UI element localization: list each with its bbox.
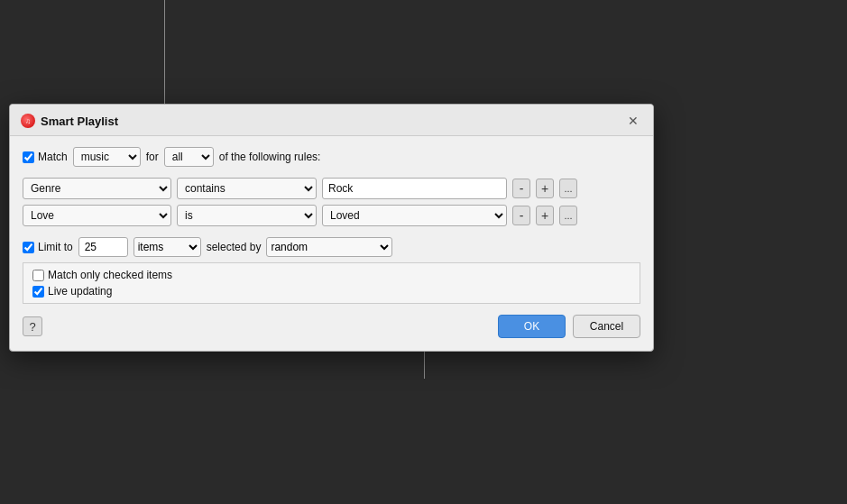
rule-row-2: Genre Artist Album Title Year Love Ratin… bbox=[23, 205, 640, 226]
rule1-ellipsis-button[interactable]: ... bbox=[559, 179, 577, 198]
title-left: ♫ Smart Playlist bbox=[21, 114, 118, 128]
rule1-remove-button[interactable]: - bbox=[512, 179, 530, 198]
match-checkbox[interactable] bbox=[23, 151, 34, 163]
options-area: Match only checked items Live updating bbox=[23, 262, 640, 304]
rule2-add-button[interactable]: + bbox=[536, 206, 554, 225]
limit-checkbox-label[interactable]: Limit to bbox=[23, 241, 73, 253]
match-only-checked-checkbox[interactable] bbox=[32, 270, 44, 281]
rule2-value-select[interactable]: Loved Disliked None bbox=[322, 205, 507, 226]
smart-playlist-dialog: ♫ Smart Playlist ✕ Match music movies TV… bbox=[9, 104, 654, 352]
match-all-select[interactable]: all any bbox=[164, 147, 214, 167]
match-only-checked-label[interactable]: Match only checked items bbox=[32, 269, 172, 281]
dialog-titlebar: ♫ Smart Playlist ✕ bbox=[10, 105, 653, 136]
rule2-field-select[interactable]: Genre Artist Album Title Year Love Ratin… bbox=[23, 205, 171, 226]
match-only-checked-row: Match only checked items bbox=[32, 269, 631, 281]
live-updating-row: Live updating bbox=[32, 285, 631, 298]
selected-by-text: selected by bbox=[207, 241, 262, 253]
match-label: Match bbox=[38, 151, 68, 163]
rule2-condition-select[interactable]: contains does not contain is is not bbox=[177, 205, 317, 226]
rule1-condition-select[interactable]: contains does not contain is is not star… bbox=[177, 178, 317, 199]
following-text: of the following rules: bbox=[219, 151, 321, 163]
live-updating-text: Live updating bbox=[48, 285, 112, 298]
dialog-body: Match music movies TV shows podcasts for… bbox=[10, 136, 653, 351]
rule1-add-button[interactable]: + bbox=[536, 179, 554, 198]
limit-checkbox[interactable] bbox=[23, 242, 34, 253]
help-button[interactable]: ? bbox=[23, 316, 42, 336]
rule1-value-input[interactable] bbox=[322, 178, 507, 199]
rule2-ellipsis-button[interactable]: ... bbox=[559, 206, 577, 225]
limit-row: Limit to items hours GB MB selected by r… bbox=[23, 237, 640, 257]
ok-button[interactable]: OK bbox=[498, 315, 566, 338]
for-text: for bbox=[146, 151, 159, 163]
cancel-button[interactable]: Cancel bbox=[573, 315, 640, 338]
match-only-checked-text: Match only checked items bbox=[48, 269, 172, 281]
live-updating-checkbox[interactable] bbox=[32, 286, 44, 298]
rules-area: Genre Artist Album Title Year Love Ratin… bbox=[23, 178, 640, 226]
annotation-line-vertical bbox=[164, 0, 165, 108]
match-row: Match music movies TV shows podcasts for… bbox=[23, 147, 640, 167]
limit-label: Limit to bbox=[38, 241, 73, 253]
limit-value-input[interactable] bbox=[78, 237, 128, 257]
match-checkbox-label[interactable]: Match bbox=[23, 151, 68, 163]
close-button[interactable]: ✕ bbox=[624, 112, 642, 130]
rule1-field-select[interactable]: Genre Artist Album Title Year Love Ratin… bbox=[23, 178, 171, 199]
itunes-icon: ♫ bbox=[21, 114, 35, 128]
dialog-title: Smart Playlist bbox=[41, 115, 118, 128]
rule2-remove-button[interactable]: - bbox=[512, 206, 530, 225]
action-buttons: OK Cancel bbox=[498, 315, 640, 338]
live-updating-label[interactable]: Live updating bbox=[32, 285, 112, 298]
bottom-row: ? OK Cancel bbox=[23, 315, 640, 338]
limit-unit-select[interactable]: items hours GB MB bbox=[133, 237, 201, 257]
match-type-select[interactable]: music movies TV shows podcasts bbox=[73, 147, 141, 167]
selected-by-select[interactable]: random album artist genre highest rated … bbox=[266, 237, 392, 257]
rule-row-1: Genre Artist Album Title Year Love Ratin… bbox=[23, 178, 640, 199]
